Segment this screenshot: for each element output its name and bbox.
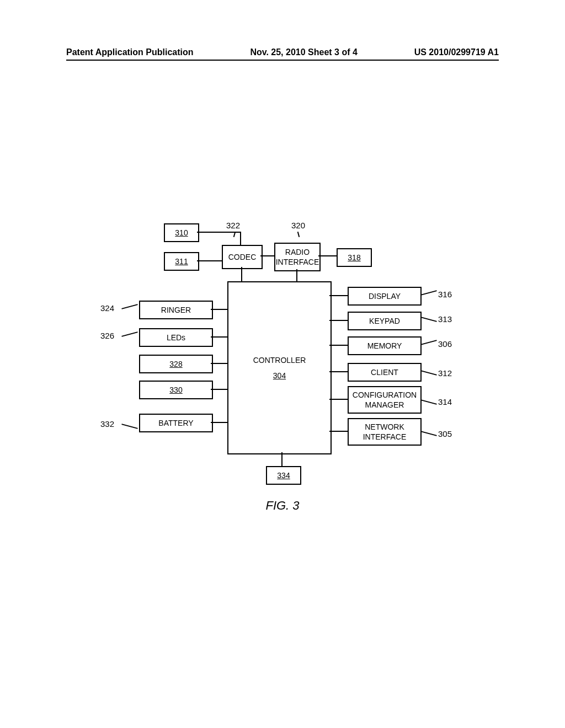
block-codec: CODEC	[222, 245, 263, 269]
line	[329, 431, 348, 432]
line	[241, 267, 242, 281]
block-328: 328	[139, 355, 213, 373]
tick-line	[420, 431, 436, 436]
block-334: 334	[266, 466, 301, 485]
controller-label: CONTROLLER	[253, 355, 306, 365]
line	[240, 232, 241, 245]
tick-line	[420, 317, 436, 322]
block-keypad: KEYPAD	[348, 312, 422, 330]
tick-line	[297, 232, 300, 237]
line	[281, 452, 282, 466]
line	[211, 336, 227, 338]
header-right: US 2010/0299719 A1	[414, 47, 499, 57]
diagram: 310 311 CODEC RADIO INTERFACE 318 RINGER…	[106, 221, 459, 513]
line	[329, 399, 348, 400]
page-header: Patent Application Publication Nov. 25, …	[0, 47, 565, 57]
line	[197, 260, 222, 261]
tick-line	[420, 340, 436, 345]
label-316: 316	[438, 290, 452, 299]
tick-line	[420, 399, 436, 405]
block-leds: LEDs	[139, 328, 213, 347]
tick-line	[121, 331, 137, 337]
block-network-interface: NETWORK INTERFACE	[348, 418, 422, 446]
label-322: 322	[226, 221, 240, 230]
block-ringer: RINGER	[139, 301, 213, 319]
line	[318, 255, 337, 256]
label-314: 314	[438, 397, 452, 406]
line	[260, 255, 274, 256]
tick-line	[121, 424, 137, 429]
tick-line	[121, 304, 137, 309]
header-left: Patent Application Publication	[66, 47, 194, 57]
block-311: 311	[164, 252, 199, 271]
block-battery: BATTERY	[139, 414, 213, 432]
label-305: 305	[438, 429, 452, 438]
line	[211, 422, 227, 423]
line	[329, 371, 348, 372]
label-324: 324	[100, 303, 114, 313]
header-center: Nov. 25, 2010 Sheet 3 of 4	[250, 47, 357, 57]
block-client: CLIENT	[348, 363, 422, 382]
block-cfg-manager: CONFIGURATION MANAGER	[348, 386, 422, 414]
label-320: 320	[291, 221, 305, 230]
block-radio-interface: RADIO INTERFACE	[274, 243, 321, 271]
line	[329, 320, 348, 321]
line	[211, 309, 227, 310]
controller-number: 304	[273, 371, 286, 381]
page: Patent Application Publication Nov. 25, …	[0, 0, 565, 728]
line	[296, 269, 297, 281]
label-332: 332	[100, 419, 114, 429]
header-divider	[66, 60, 499, 61]
line	[329, 345, 348, 346]
line	[211, 363, 227, 364]
tick-line	[420, 370, 436, 376]
label-313: 313	[438, 314, 452, 324]
label-306: 306	[438, 339, 452, 349]
label-312: 312	[438, 368, 452, 378]
block-318: 318	[337, 248, 372, 267]
line	[211, 389, 227, 390]
block-310: 310	[164, 223, 199, 242]
line	[329, 295, 348, 296]
block-controller: CONTROLLER 304	[227, 281, 332, 454]
block-display: DISPLAY	[348, 287, 422, 306]
label-326: 326	[100, 331, 114, 340]
figure-caption: FIG. 3	[0, 499, 565, 513]
block-330: 330	[139, 381, 213, 399]
tick-line	[420, 290, 436, 296]
block-memory: MEMORY	[348, 336, 422, 355]
